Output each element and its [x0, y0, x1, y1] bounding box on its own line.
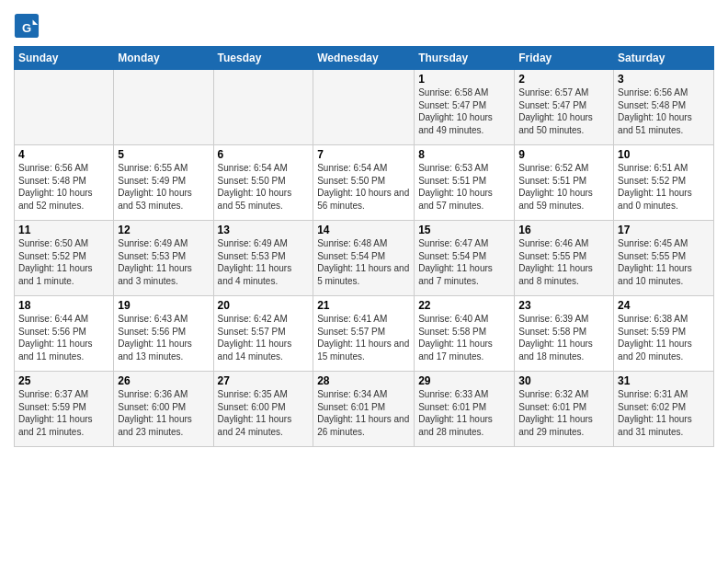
day-info: Sunrise: 6:35 AM Sunset: 6:00 PM Dayligh… — [218, 388, 310, 438]
calendar-cell: 16Sunrise: 6:46 AM Sunset: 5:55 PM Dayli… — [515, 221, 614, 296]
day-number: 30 — [518, 374, 609, 387]
day-number: 10 — [618, 148, 710, 161]
calendar-cell: 30Sunrise: 6:32 AM Sunset: 6:01 PM Dayli… — [515, 372, 614, 447]
weekday-header: Sunday — [15, 47, 114, 70]
calendar-cell: 11Sunrise: 6:50 AM Sunset: 5:52 PM Dayli… — [15, 221, 114, 296]
day-info: Sunrise: 6:57 AM Sunset: 5:47 PM Dayligh… — [518, 86, 609, 136]
day-number: 23 — [518, 299, 609, 312]
header: G — [14, 9, 714, 39]
calendar-cell — [313, 70, 415, 145]
day-info: Sunrise: 6:37 AM Sunset: 5:59 PM Dayligh… — [18, 388, 109, 438]
calendar-week-row: 4Sunrise: 6:56 AM Sunset: 5:48 PM Daylig… — [15, 145, 714, 221]
calendar-week-row: 11Sunrise: 6:50 AM Sunset: 5:52 PM Dayli… — [15, 221, 714, 296]
calendar-cell: 24Sunrise: 6:38 AM Sunset: 5:59 PM Dayli… — [614, 296, 714, 372]
day-number: 3 — [618, 73, 710, 86]
calendar-cell: 22Sunrise: 6:40 AM Sunset: 5:58 PM Dayli… — [415, 296, 515, 372]
calendar-cell: 8Sunrise: 6:53 AM Sunset: 5:51 PM Daylig… — [415, 145, 515, 221]
day-number: 31 — [618, 374, 710, 387]
day-number: 20 — [218, 299, 310, 312]
day-info: Sunrise: 6:54 AM Sunset: 5:50 PM Dayligh… — [218, 162, 310, 212]
calendar-cell: 21Sunrise: 6:41 AM Sunset: 5:57 PM Dayli… — [313, 296, 415, 372]
day-info: Sunrise: 6:56 AM Sunset: 5:48 PM Dayligh… — [618, 86, 710, 136]
day-number: 13 — [218, 224, 310, 236]
calendar-cell: 17Sunrise: 6:45 AM Sunset: 5:55 PM Dayli… — [614, 221, 714, 296]
day-info: Sunrise: 6:31 AM Sunset: 6:02 PM Dayligh… — [618, 388, 710, 438]
calendar-cell: 1Sunrise: 6:58 AM Sunset: 5:47 PM Daylig… — [415, 70, 515, 145]
day-number: 1 — [418, 73, 510, 86]
calendar-cell: 10Sunrise: 6:51 AM Sunset: 5:52 PM Dayli… — [614, 145, 714, 221]
day-info: Sunrise: 6:47 AM Sunset: 5:54 PM Dayligh… — [418, 237, 510, 287]
day-info: Sunrise: 6:33 AM Sunset: 6:01 PM Dayligh… — [418, 388, 510, 438]
weekday-header: Tuesday — [213, 47, 313, 70]
day-info: Sunrise: 6:32 AM Sunset: 6:01 PM Dayligh… — [518, 388, 609, 438]
calendar-cell — [114, 70, 213, 145]
day-number: 28 — [317, 374, 410, 387]
day-info: Sunrise: 6:54 AM Sunset: 5:50 PM Dayligh… — [317, 162, 410, 212]
calendar-cell: 7Sunrise: 6:54 AM Sunset: 5:50 PM Daylig… — [313, 145, 415, 221]
day-number: 9 — [518, 148, 609, 161]
weekday-header: Thursday — [415, 47, 515, 70]
calendar-cell: 26Sunrise: 6:36 AM Sunset: 6:00 PM Dayli… — [114, 372, 213, 447]
day-number: 25 — [18, 374, 109, 387]
calendar-cell: 18Sunrise: 6:44 AM Sunset: 5:56 PM Dayli… — [15, 296, 114, 372]
calendar-cell: 4Sunrise: 6:56 AM Sunset: 5:48 PM Daylig… — [15, 145, 114, 221]
day-number: 22 — [418, 299, 510, 312]
day-info: Sunrise: 6:50 AM Sunset: 5:52 PM Dayligh… — [18, 237, 109, 287]
day-info: Sunrise: 6:52 AM Sunset: 5:51 PM Dayligh… — [518, 162, 609, 212]
calendar-week-row: 1Sunrise: 6:58 AM Sunset: 5:47 PM Daylig… — [15, 70, 714, 145]
calendar-cell: 15Sunrise: 6:47 AM Sunset: 5:54 PM Dayli… — [415, 221, 515, 296]
calendar-cell: 20Sunrise: 6:42 AM Sunset: 5:57 PM Dayli… — [213, 296, 313, 372]
calendar-week-row: 18Sunrise: 6:44 AM Sunset: 5:56 PM Dayli… — [15, 296, 714, 372]
day-info: Sunrise: 6:38 AM Sunset: 5:59 PM Dayligh… — [618, 313, 710, 362]
calendar-cell: 25Sunrise: 6:37 AM Sunset: 5:59 PM Dayli… — [15, 372, 114, 447]
day-info: Sunrise: 6:49 AM Sunset: 5:53 PM Dayligh… — [118, 237, 209, 287]
day-number: 16 — [518, 224, 609, 236]
weekday-header: Wednesday — [313, 47, 415, 70]
weekday-header: Monday — [114, 47, 213, 70]
calendar-week-row: 25Sunrise: 6:37 AM Sunset: 5:59 PM Dayli… — [15, 372, 714, 447]
day-number: 6 — [218, 148, 310, 161]
day-number: 15 — [418, 224, 510, 236]
calendar-header-row: SundayMondayTuesdayWednesdayThursdayFrid… — [15, 47, 714, 70]
day-number: 12 — [118, 224, 209, 236]
calendar-cell: 3Sunrise: 6:56 AM Sunset: 5:48 PM Daylig… — [614, 70, 714, 145]
day-info: Sunrise: 6:53 AM Sunset: 5:51 PM Dayligh… — [418, 162, 510, 212]
day-number: 21 — [317, 299, 410, 312]
calendar-cell: 12Sunrise: 6:49 AM Sunset: 5:53 PM Dayli… — [114, 221, 213, 296]
svg-text:G: G — [22, 21, 31, 35]
logo: G — [14, 13, 41, 39]
weekday-header: Friday — [515, 47, 614, 70]
calendar-cell: 29Sunrise: 6:33 AM Sunset: 6:01 PM Dayli… — [415, 372, 515, 447]
day-info: Sunrise: 6:41 AM Sunset: 5:57 PM Dayligh… — [317, 313, 410, 362]
day-info: Sunrise: 6:40 AM Sunset: 5:58 PM Dayligh… — [418, 313, 510, 362]
day-info: Sunrise: 6:39 AM Sunset: 5:58 PM Dayligh… — [518, 313, 609, 362]
day-number: 11 — [18, 224, 109, 236]
day-info: Sunrise: 6:46 AM Sunset: 5:55 PM Dayligh… — [518, 237, 609, 287]
calendar-cell: 2Sunrise: 6:57 AM Sunset: 5:47 PM Daylig… — [515, 70, 614, 145]
day-info: Sunrise: 6:34 AM Sunset: 6:01 PM Dayligh… — [317, 388, 410, 438]
calendar-cell: 13Sunrise: 6:49 AM Sunset: 5:53 PM Dayli… — [213, 221, 313, 296]
calendar-cell: 5Sunrise: 6:55 AM Sunset: 5:49 PM Daylig… — [114, 145, 213, 221]
day-number: 29 — [418, 374, 510, 387]
day-info: Sunrise: 6:48 AM Sunset: 5:54 PM Dayligh… — [317, 237, 410, 287]
logo-icon: G — [14, 13, 40, 39]
day-number: 19 — [118, 299, 209, 312]
day-info: Sunrise: 6:44 AM Sunset: 5:56 PM Dayligh… — [18, 313, 109, 362]
day-number: 2 — [518, 73, 609, 86]
calendar-cell: 19Sunrise: 6:43 AM Sunset: 5:56 PM Dayli… — [114, 296, 213, 372]
day-number: 24 — [618, 299, 710, 312]
day-info: Sunrise: 6:42 AM Sunset: 5:57 PM Dayligh… — [218, 313, 310, 362]
day-info: Sunrise: 6:49 AM Sunset: 5:53 PM Dayligh… — [218, 237, 310, 287]
day-number: 26 — [118, 374, 209, 387]
calendar-cell: 23Sunrise: 6:39 AM Sunset: 5:58 PM Dayli… — [515, 296, 614, 372]
day-number: 7 — [317, 148, 410, 161]
day-number: 14 — [317, 224, 410, 236]
day-info: Sunrise: 6:58 AM Sunset: 5:47 PM Dayligh… — [418, 86, 510, 136]
calendar-cell: 14Sunrise: 6:48 AM Sunset: 5:54 PM Dayli… — [313, 221, 415, 296]
day-info: Sunrise: 6:45 AM Sunset: 5:55 PM Dayligh… — [618, 237, 710, 287]
day-number: 27 — [218, 374, 310, 387]
calendar-cell — [15, 70, 114, 145]
day-number: 18 — [18, 299, 109, 312]
calendar-table: SundayMondayTuesdayWednesdayThursdayFrid… — [14, 46, 714, 447]
day-info: Sunrise: 6:56 AM Sunset: 5:48 PM Dayligh… — [18, 162, 109, 212]
